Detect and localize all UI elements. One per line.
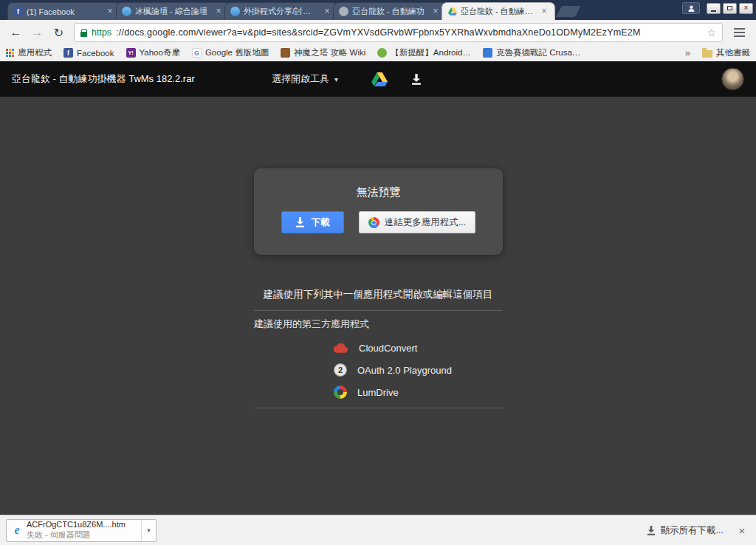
bookmark-tower-wiki[interactable]: 神魔之塔 攻略 Wiki xyxy=(281,47,365,58)
connect-apps-button[interactable]: 連結更多應用程式... xyxy=(359,211,475,233)
bookmark-yahoo[interactable]: Y! Yahoo奇摩 xyxy=(126,47,180,58)
profile-button[interactable] xyxy=(682,2,700,14)
viewer-content: 無法預覽 下載 連結更多應用程式... 建議使用下列其中一個應用程式開啟或編輯這… xyxy=(0,97,756,515)
bookmark-google-maps[interactable]: G Google 舊版地圖 xyxy=(192,47,269,58)
show-all-downloads-button[interactable]: 顯示所有下載... xyxy=(647,524,724,537)
close-icon[interactable]: × xyxy=(539,7,549,17)
suggestion-text: 建議使用下列其中一個應用程式開啟或編輯這個項目 xyxy=(0,288,756,301)
chevron-down-icon: ▾ xyxy=(334,75,338,83)
drive-icon xyxy=(371,72,388,86)
html-file-icon: e xyxy=(11,524,23,537)
apps-grid-icon xyxy=(6,49,14,57)
url-text: ://docs.google.com/viewer?a=v&pid=sites&… xyxy=(116,27,702,38)
tab-docs-viewer-active[interactable]: 亞台龍欽 - 自動練功掛 × xyxy=(441,2,555,20)
drive-icon xyxy=(447,7,457,16)
cloudconvert-icon xyxy=(334,343,348,353)
download-status: 失敗 - 伺服器問題 xyxy=(27,530,138,541)
bookmarks-overflow-icon[interactable]: » xyxy=(685,47,690,58)
bookmark-label: Yahoo奇摩 xyxy=(140,47,180,58)
oauth-playground-icon: 2 xyxy=(334,363,347,377)
open-with-dropdown[interactable]: 選擇開啟工具 ▾ xyxy=(272,72,338,86)
minimize-button[interactable] xyxy=(707,3,721,14)
google-icon: G xyxy=(192,48,202,58)
window-controls: × xyxy=(682,2,753,14)
bookmark-apps[interactable]: 應用程式 xyxy=(6,47,52,58)
forward-button[interactable]: → xyxy=(27,23,47,43)
download-item-menu-button[interactable]: ▾ xyxy=(141,520,156,541)
tab-facebook[interactable]: f (1) Facebook × xyxy=(7,2,121,20)
bookmark-label: Google 舊版地圖 xyxy=(205,47,269,58)
menu-button[interactable] xyxy=(728,23,750,43)
browser-window: f (1) Facebook × 冰楓論壇 - 綜合論壇 × 外掛程式分享/討論… xyxy=(0,0,756,545)
lumdrive-icon xyxy=(334,385,347,399)
download-item-main[interactable]: e ACFrOgCTC1u8Z6M....htm 失敗 - 伺服器問題 xyxy=(7,520,141,541)
app-name: LumDrive xyxy=(357,387,399,398)
browser-toolbar: ← → ↻ https ://docs.google.com/viewer?a=… xyxy=(0,20,756,45)
person-icon xyxy=(687,4,695,13)
dialog-buttons: 下載 連結更多應用程式... xyxy=(254,211,503,233)
download-button-label: 下載 xyxy=(312,216,330,229)
avatar[interactable] xyxy=(721,68,744,91)
bookmark-facebook[interactable]: f Facebook xyxy=(63,48,114,58)
yahoo-icon: Y! xyxy=(126,48,136,58)
bookmark-label: 【新提醒】Android… xyxy=(391,47,471,58)
new-tab-button[interactable] xyxy=(556,6,581,17)
app-name: CloudConvert xyxy=(359,343,418,354)
page-icon xyxy=(339,7,348,16)
close-icon[interactable]: × xyxy=(322,7,332,17)
maximize-icon xyxy=(727,6,732,10)
folder-icon xyxy=(702,50,712,58)
maximize-button[interactable] xyxy=(723,3,737,14)
viewer-header: 亞台龍欽 - 自動練功掛機器 TwMs 182.2.rar 選擇開啟工具 ▾ xyxy=(0,61,756,97)
tab-title: 亞台龍欽 - 自動練功掛 xyxy=(461,6,536,17)
download-filename: ACFrOgCTC1u8Z6M....htm xyxy=(27,520,138,530)
bookmark-label: 克魯賽德戰記 Crusa… xyxy=(496,47,580,58)
bookmark-label: Facebook xyxy=(77,49,114,58)
forum-icon xyxy=(230,7,240,16)
bookmark-label: 神魔之塔 攻略 Wiki xyxy=(294,47,365,58)
close-shelf-button[interactable]: × xyxy=(735,524,749,537)
list-item-cloudconvert[interactable]: CloudConvert xyxy=(254,337,503,359)
download-shelf: e ACFrOgCTC1u8Z6M....htm 失敗 - 伺服器問題 ▾ 顯示… xyxy=(0,515,756,545)
download-icon xyxy=(647,526,656,535)
connect-apps-label: 連結更多應用程式... xyxy=(385,216,466,229)
padlock-icon xyxy=(80,32,87,37)
tower-wiki-icon xyxy=(281,48,290,58)
download-item[interactable]: e ACFrOgCTC1u8Z6M....htm 失敗 - 伺服器問題 ▾ xyxy=(6,519,157,542)
other-bookmarks[interactable]: 其他書籤 xyxy=(702,47,750,58)
tab-title: (1) Facebook xyxy=(27,7,102,16)
tab-forum-main[interactable]: 冰楓論壇 - 綜合論壇 × xyxy=(116,2,230,20)
bookmarks-bar: 應用程式 f Facebook Y! Yahoo奇摩 G Google 舊版地圖… xyxy=(0,45,756,61)
open-with-label: 選擇開啟工具 xyxy=(272,72,329,86)
tab-trainer-page[interactable]: 亞台龍欽 - 自動練功 × xyxy=(333,2,447,20)
show-all-downloads-label: 顯示所有下載... xyxy=(661,524,724,537)
tab-title: 外掛程式分享/討論區 xyxy=(244,6,319,17)
list-item-lumdrive[interactable]: LumDrive xyxy=(254,381,503,403)
bookmark-crusaders[interactable]: 克魯賽德戰記 Crusa… xyxy=(483,47,580,58)
tab-forum-plugins[interactable]: 外掛程式分享/討論區 × xyxy=(224,2,338,20)
facebook-icon: f xyxy=(13,7,23,16)
header-download-button[interactable] xyxy=(405,67,428,91)
no-preview-title: 無法預覽 xyxy=(254,168,503,199)
tab-title: 亞台龍欽 - 自動練功 xyxy=(352,6,427,17)
crusaders-icon xyxy=(483,48,492,58)
url-scheme: https xyxy=(92,27,111,38)
add-to-drive-button[interactable] xyxy=(368,67,391,91)
close-icon[interactable]: × xyxy=(213,7,224,17)
bookmark-star-icon[interactable]: ☆ xyxy=(707,27,716,38)
close-icon[interactable]: × xyxy=(105,7,115,17)
third-party-apps-section: 建議使用的第三方應用程式 CloudConvert 2 OAuth 2.0 Pl… xyxy=(254,310,503,408)
minimize-icon xyxy=(711,10,716,12)
tab-title: 冰楓論壇 - 綜合論壇 xyxy=(135,6,210,17)
refresh-button[interactable]: ↻ xyxy=(49,23,69,43)
close-icon[interactable]: × xyxy=(430,7,441,17)
close-window-button[interactable]: × xyxy=(739,3,753,14)
third-party-header: 建議使用的第三方應用程式 xyxy=(254,311,503,337)
facebook-icon: f xyxy=(63,48,73,58)
back-button[interactable]: ← xyxy=(6,23,26,43)
bookmark-android[interactable]: 【新提醒】Android… xyxy=(377,47,471,58)
download-button[interactable]: 下載 xyxy=(281,211,344,233)
no-preview-dialog: 無法預覽 下載 連結更多應用程式... xyxy=(254,168,503,255)
address-bar[interactable]: https ://docs.google.com/viewer?a=v&pid=… xyxy=(74,23,723,42)
list-item-oauth-playground[interactable]: 2 OAuth 2.0 Playground xyxy=(254,359,503,381)
